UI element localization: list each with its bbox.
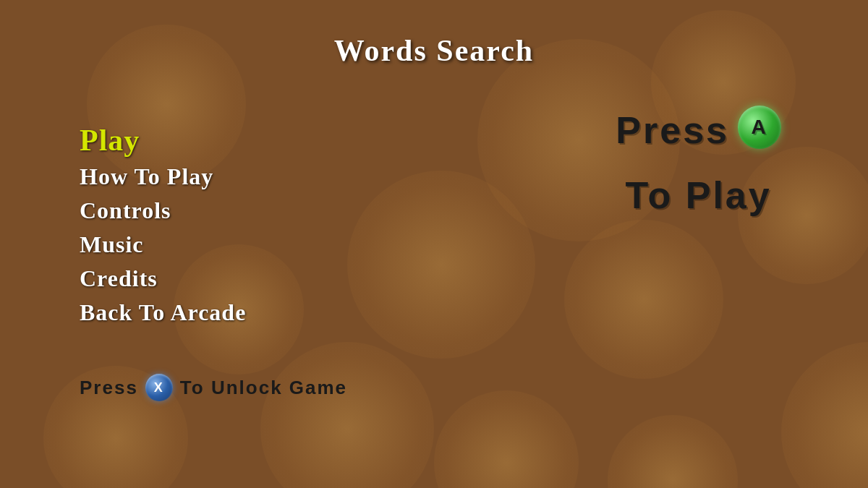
unlock-line: Press X To Unlock Game: [80, 374, 347, 401]
game-title: Words Search: [334, 34, 534, 67]
menu-item-play[interactable]: Play: [80, 123, 246, 158]
x-button[interactable]: X: [145, 374, 173, 401]
bokeh-circle: [347, 171, 535, 359]
unlock-suffix: To Unlock Game: [180, 377, 347, 399]
menu-item-controls[interactable]: Controls: [80, 197, 246, 224]
menu-item-credits[interactable]: Credits: [80, 265, 246, 292]
menu-container: PlayHow To PlayControlsMusicCreditsBack …: [80, 123, 246, 333]
bokeh-circle: [564, 220, 723, 379]
menu-item-how-to-play[interactable]: How To Play: [80, 163, 246, 190]
bokeh-circle: [781, 342, 868, 489]
bokeh-circle: [260, 342, 434, 489]
press-label: Press: [616, 108, 729, 152]
menu-item-back-to-arcade[interactable]: Back To Arcade: [80, 299, 246, 326]
bokeh-circle: [608, 415, 738, 488]
to-play-label: To Play: [616, 174, 781, 217]
bokeh-circle: [434, 390, 579, 488]
a-button[interactable]: A: [738, 106, 781, 149]
title-container: Words Search: [0, 33, 868, 68]
press-a-line: Press A: [616, 108, 781, 152]
unlock-container: Press X To Unlock Game: [80, 374, 347, 401]
menu-item-music[interactable]: Music: [80, 231, 246, 258]
press-a-container: Press A To Play: [616, 108, 781, 217]
unlock-prefix: Press: [80, 377, 138, 399]
